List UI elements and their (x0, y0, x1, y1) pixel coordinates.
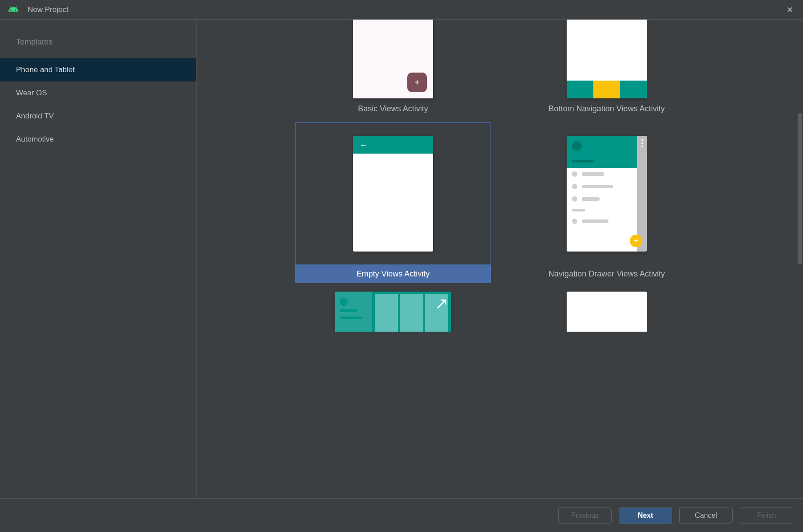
template-fullscreen[interactable]: ↗ (295, 288, 491, 332)
sidebar: Templates Phone and Tablet Wear OS Andro… (0, 20, 197, 498)
template-label: Bottom Navigation Views Activity (509, 100, 705, 118)
template-game[interactable] (509, 288, 705, 332)
preview-phone: + (353, 20, 433, 98)
template-preview: ↗ (295, 288, 491, 332)
preview-topbar: ← (353, 136, 433, 154)
next-button[interactable]: Next (619, 508, 672, 524)
back-arrow-icon: ← (359, 140, 368, 150)
template-preview: + (295, 20, 491, 100)
previous-button[interactable]: Previous (558, 508, 612, 524)
preview-phone: + (567, 136, 647, 252)
window-title: New Project (28, 5, 69, 14)
template-label: Empty Views Activity (295, 265, 491, 283)
template-preview: + (509, 122, 705, 265)
finish-button[interactable]: Finish (740, 508, 793, 524)
template-basic-views[interactable]: + Basic Views Activity (295, 20, 491, 118)
expand-arrow-icon: ↗ (435, 294, 448, 313)
preview-phone (567, 292, 647, 332)
sidebar-item-label: Phone and Tablet (16, 65, 75, 74)
cancel-button[interactable]: Cancel (679, 508, 733, 524)
fab-icon: + (407, 73, 427, 92)
scrollbar[interactable] (798, 113, 802, 264)
sidebar-item-android-tv[interactable]: Android TV (0, 105, 196, 128)
footer: Previous Next Cancel Finish (0, 498, 803, 532)
template-preview (509, 288, 705, 332)
sidebar-item-label: Automotive (16, 135, 54, 143)
preview-phone (567, 20, 647, 98)
android-icon (8, 6, 19, 13)
main-area: Templates Phone and Tablet Wear OS Andro… (0, 20, 803, 498)
drawer-panel: + (567, 136, 637, 252)
template-label: Navigation Drawer Views Activity (509, 265, 705, 283)
close-icon[interactable]: ✕ (784, 4, 795, 15)
template-label: Basic Views Activity (295, 100, 491, 118)
bottom-nav-bar (567, 81, 647, 98)
preview-phone: ↗ (335, 292, 451, 332)
titlebar: New Project ✕ (0, 0, 803, 20)
template-grid: + Basic Views Activity Bottom N (197, 20, 803, 341)
template-grid-container: + Basic Views Activity Bottom N (197, 20, 803, 498)
template-preview: ← (295, 122, 491, 265)
overflow-icon (641, 139, 643, 147)
preview-phone: ← (353, 136, 433, 252)
sidebar-item-automotive[interactable]: Automotive (0, 128, 196, 151)
template-preview (509, 20, 705, 100)
template-empty-views[interactable]: ← Empty Views Activity (295, 122, 491, 283)
sidebar-item-label: Android TV (16, 112, 54, 120)
template-bottom-navigation[interactable]: Bottom Navigation Views Activity (509, 20, 705, 118)
template-navigation-drawer[interactable]: + Navigation Drawer Views Activity (509, 122, 705, 283)
fab-icon: + (630, 235, 642, 247)
sidebar-item-label: Wear OS (16, 89, 47, 97)
sidebar-header: Templates (0, 37, 196, 58)
sidebar-item-wear-os[interactable]: Wear OS (0, 81, 196, 105)
sidebar-item-phone-tablet[interactable]: Phone and Tablet (0, 58, 196, 81)
